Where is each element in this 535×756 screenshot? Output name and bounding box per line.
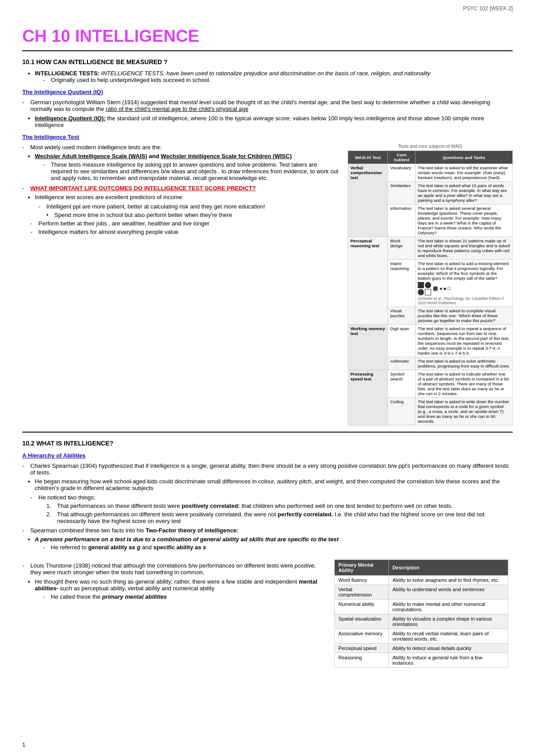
pma-table-container: Primary Mental Ability Description Word … <box>334 555 513 668</box>
wais-label: Wechsler Adult Intelligence Scale (WAIS) <box>35 153 147 159</box>
pma-row: Verbal comprehensionAbility to understan… <box>335 585 508 600</box>
two-factor-list: A persons performance on a test is due t… <box>35 536 513 551</box>
wais-vocab-desc: The test taker is asked to tell the exam… <box>416 164 513 182</box>
pma-ability: Perceptual speed <box>335 644 389 653</box>
iq-dash1: - German psychologist William Stern (191… <box>22 99 513 112</box>
wais-matrix-desc: The test taker is asked to add a missing… <box>416 260 513 307</box>
it-sub1: - Originally used to help underprivilege… <box>43 77 513 83</box>
page-number: 1 <box>22 742 25 748</box>
pma-ability: Associative memory <box>335 629 389 644</box>
pma-header-ability: Primary Mental Ability <box>335 560 389 576</box>
pma-desc: Ability to induce a general rule from a … <box>389 653 508 668</box>
predict-list: Intelligence test scores are excellent p… <box>35 194 340 200</box>
wais-digit-span: Digit span <box>388 325 416 357</box>
it-desc: INTELLIGENCE TESTS: have been used to ra… <box>101 70 431 77</box>
pma-row: Perceptual speedAbility to detect visual… <box>335 644 508 653</box>
divider <box>22 50 513 51</box>
wais-digit-desc: The test taker is asked to repeat a sequ… <box>416 325 513 357</box>
predict-link-item: - WHAT IMPORTANT LIFE OUTCOMES DO INTELL… <box>22 185 340 192</box>
left-content: - Most widely used modern intelligence t… <box>22 144 340 425</box>
pma-ability: Numerical ability <box>335 600 389 614</box>
two-factor-bullet: A persons performance on a test is due t… <box>35 536 338 543</box>
wais-similarities-desc: The test taker is asked what 15 pairs of… <box>416 182 513 204</box>
noticed-dash: - He noticed two things: <box>30 494 513 501</box>
wais-visual-puzzles: Visual puzzles <box>388 307 416 325</box>
pma-desc: Ability to make mental and other numeric… <box>389 600 508 614</box>
pma-ability: Spatial visualization <box>335 614 389 629</box>
wais-block-design: Block design <box>388 237 416 260</box>
wais-matrix: Matrix reasoning <box>388 260 416 307</box>
pma-desc: Ability to understand words and sentence… <box>389 585 508 600</box>
spearman-bullet: He began measuring how well school-aged … <box>35 478 513 491</box>
pma-ability: Word fluency <box>335 576 389 585</box>
pma-row: Word fluencyAbility to solve anagrams an… <box>335 576 508 585</box>
wais-block-desc: The test taker is shown 21 patterns made… <box>416 237 513 260</box>
predict-sub1: - Intelligent ppl are more patient, bett… <box>38 203 340 210</box>
iq-link[interactable]: The Intelligence Quotient (IQ) <box>22 89 513 95</box>
predict-link[interactable]: WHAT IMPORTANT LIFE OUTCOMES DO INTELLIG… <box>30 185 256 192</box>
wais-information: Information <box>388 204 416 237</box>
wais-caption: Tests and core subjects of WAIS <box>348 144 513 149</box>
two-factor-dash: - Spearman combined these two facts into… <box>22 527 513 534</box>
wais-visual-desc: The test taker is asked to complete visu… <box>416 307 513 325</box>
thurstone-dash: - Louis Thurstone (1938) noticed that al… <box>22 562 325 576</box>
wais-similarities: Similarities <box>388 182 416 204</box>
it-label: INTELLIGENCE TESTS: <box>35 70 99 77</box>
spearman-dash: - Charles Spearman (1904) hypothesized t… <box>22 462 513 476</box>
wais-symbol-search: Symbol search <box>388 370 416 398</box>
predict-bullet: Intelligence test scores are excellent p… <box>35 194 340 200</box>
pma-desc: Ability to recall verbal material, learn… <box>389 629 508 644</box>
thurstone-list: He thought there was no such thing as ge… <box>35 578 325 600</box>
wais-list: Wechsler Adult Intelligence Scale (WAIS)… <box>35 153 340 181</box>
wais-arithmetic: Arithmetic <box>388 357 416 370</box>
thurstone-section: - Louis Thurstone (1938) noticed that al… <box>22 555 325 668</box>
wisc-label: Wechsler Intelligence Scale for Children… <box>160 153 292 159</box>
wais-coding: Coding <box>388 398 416 425</box>
wais-desc: - These tests measure intelligence by as… <box>43 161 340 181</box>
pma-row: Numerical abilityAbility to make mental … <box>335 600 508 614</box>
pma-row: ReasoningAbility to induce a general rul… <box>335 653 508 668</box>
wais-group-verbal: Verbal comprehension test <box>348 164 388 237</box>
pma-ability: Reasoning <box>335 653 389 668</box>
point2: 2. That although performances on differe… <box>46 511 513 524</box>
section2-title: 10.2 WHAT IS INTELLIGENCE? <box>22 440 513 447</box>
pma-table: Primary Mental Ability Description Word … <box>334 560 508 668</box>
pma-desc: Ability to solve anagrams and to find rh… <box>389 576 508 585</box>
pma-header-desc: Description <box>389 560 508 576</box>
wais-arithmetic-desc: The test taker is asked to solve arithme… <box>416 357 513 370</box>
page-header: PSYC 102 [WEEK 2] <box>463 5 513 12</box>
intelligence-tests-list: INTELLIGENCE TESTS: INTELLIGENCE TESTS: … <box>35 70 513 83</box>
two-factor-sub: - He referred to general ability as g an… <box>43 544 513 551</box>
wais-header-subtest: Core Subtest <box>388 151 416 164</box>
predict-dash2: - Perform better at their jobs , are wea… <box>30 220 340 227</box>
wais-header-questions: Questions and Tasks <box>416 151 513 164</box>
hierarchy-link[interactable]: A Hierarchy of Abilities <box>22 452 513 459</box>
wais-group-perceptual: Perceptual reasoning test <box>348 237 388 325</box>
spearman-list: He began measuring how well school-aged … <box>35 478 513 491</box>
intelligence-test-section: - Most widely used modern intelligence t… <box>22 144 513 425</box>
wais-coding-desc: The test taker is asked to write down th… <box>416 398 513 425</box>
iq-bullet-list: Intelligence Quotient (IQ): the standard… <box>35 115 513 128</box>
wais-intro: - Most widely used modern intelligence t… <box>22 144 340 151</box>
pma-row: Associative memoryAbility to recall verb… <box>335 629 508 644</box>
wais-table-container: Tests and core subjects of WAIS WAIS-IV … <box>348 144 513 425</box>
intelligence-test-link[interactable]: The Intelligence Test <box>22 134 513 140</box>
bottom-section: - Louis Thurstone (1938) noticed that al… <box>22 555 513 668</box>
wais-information-desc: The test taker is asked several general … <box>416 204 513 237</box>
pma-ability: Verbal comprehension <box>335 585 389 600</box>
wais-symbol-desc: The test taker is asked to indicate whet… <box>416 370 513 398</box>
divider2 <box>22 432 513 433</box>
wais-header-test: WAIS-IV Test <box>348 151 388 164</box>
wais-table: WAIS-IV Test Core Subtest Questions and … <box>348 151 513 425</box>
pma-row: Spatial visualizationAbility to visualiz… <box>335 614 508 629</box>
wais-group-processing: Processing speed test <box>348 370 388 425</box>
predict-dash3: - Intelligence matters for almost everyt… <box>30 229 340 235</box>
thurstone-sub: - He called these the primary mental abi… <box>43 593 325 600</box>
pma-desc: Ability to detect visual details quickly <box>389 644 508 653</box>
predict-sub2: • Spend more time in school but also per… <box>46 212 340 218</box>
point1: 1. That performances on these different … <box>46 503 513 509</box>
pma-desc: Ability to visualize a complex shape in … <box>389 614 508 629</box>
wais-vocab: Vocabulary <box>388 164 416 182</box>
wais-group-working: Working memory test <box>348 325 388 370</box>
chapter-title: CH 10 INTELLIGENCE <box>22 27 513 46</box>
